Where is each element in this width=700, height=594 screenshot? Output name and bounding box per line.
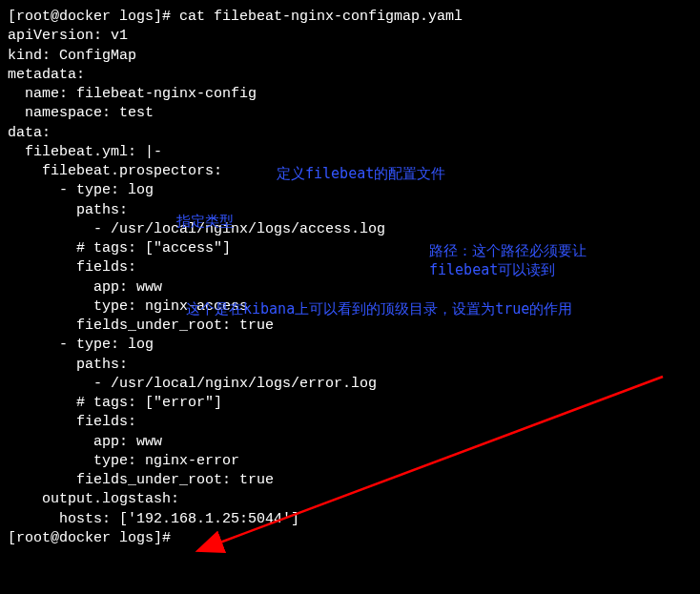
annotation-define-config: 定义filebeat的配置文件 [277, 164, 445, 183]
yaml-line: app: www [8, 278, 692, 297]
yaml-line: paths: [8, 201, 692, 220]
yaml-line: data: [8, 124, 692, 143]
yaml-line: fields: [8, 413, 692, 432]
yaml-line: fields_under_root: true [8, 471, 692, 490]
yaml-line: paths: [8, 356, 692, 375]
yaml-line: metadata: [8, 66, 692, 85]
annotation-path-line1: 路径：这个路径必须要让 [429, 241, 587, 260]
yaml-line: app: www [8, 433, 692, 452]
annotation-path-line2: filebeat可以读到 [429, 260, 555, 279]
yaml-line: kind: ConfigMap [8, 47, 692, 66]
yaml-line: # tags: ["access"] [8, 239, 692, 258]
yaml-line: output.logstash: [8, 490, 692, 509]
yaml-line: # tags: ["error"] [8, 394, 692, 413]
yaml-line: filebeat.yml: |- [8, 143, 692, 162]
terminal-prompt-line: [root@docker logs]# [8, 529, 692, 548]
annotation-fields: 这个是在kibana上可以看到的顶级目录，设置为true的作用 [186, 299, 572, 318]
yaml-line: fields_under_root: true [8, 317, 692, 336]
yaml-line: namespace: test [8, 104, 692, 123]
yaml-line: - /usr/local/nginx/logs/access.log [8, 220, 692, 239]
terminal-prompt-line: [root@docker logs]# cat filebeat-nginx-c… [8, 8, 692, 27]
yaml-line: - type: log [8, 181, 692, 200]
yaml-line: hosts: ['192.168.1.25:5044'] [8, 510, 692, 529]
yaml-line: type: nginx-error [8, 452, 692, 471]
yaml-line: - /usr/local/nginx/logs/error.log [8, 375, 692, 394]
yaml-line: - type: log [8, 336, 692, 355]
yaml-line: name: filebeat-nginx-config [8, 85, 692, 104]
yaml-line: fields: [8, 258, 692, 277]
annotation-type: 指定类型 [176, 212, 234, 231]
yaml-line: apiVersion: v1 [8, 27, 692, 46]
